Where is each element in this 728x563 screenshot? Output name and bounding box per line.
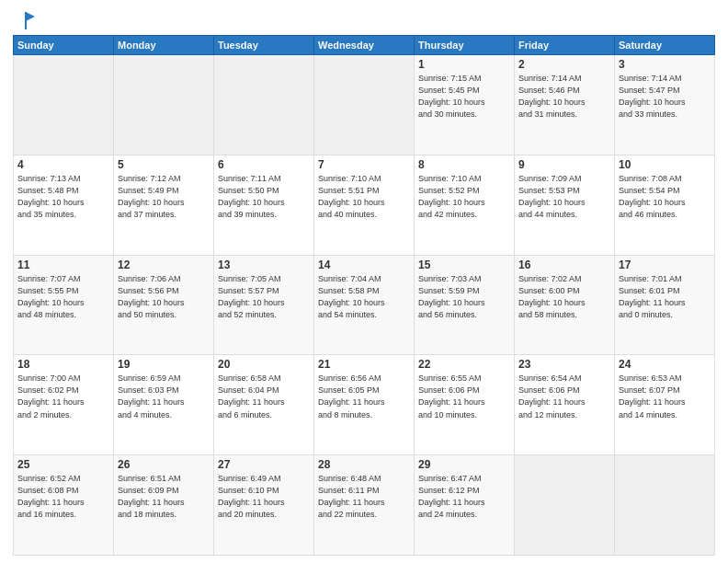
day-number: 16 [518,259,610,271]
calendar-day-cell: 21Sunrise: 6:56 AM Sunset: 6:05 PM Dayli… [314,355,415,455]
day-detail: Sunrise: 7:01 AM Sunset: 6:01 PM Dayligh… [619,273,711,321]
logo [13,9,35,29]
svg-marker-0 [26,12,35,21]
day-detail: Sunrise: 7:10 AM Sunset: 5:52 PM Dayligh… [418,173,510,221]
calendar-day-cell: 4Sunrise: 7:13 AM Sunset: 5:48 PM Daylig… [14,155,114,255]
day-number: 25 [17,458,109,471]
day-detail: Sunrise: 6:58 AM Sunset: 6:04 PM Dayligh… [218,373,310,420]
calendar-day-cell [14,55,114,155]
day-number: 13 [218,259,310,271]
day-detail: Sunrise: 7:02 AM Sunset: 6:00 PM Dayligh… [518,273,610,321]
day-number: 4 [17,158,109,171]
day-detail: Sunrise: 7:15 AM Sunset: 5:45 PM Dayligh… [418,73,510,121]
calendar-day-cell: 28Sunrise: 6:48 AM Sunset: 6:11 PM Dayli… [314,455,415,556]
day-number: 29 [418,458,510,471]
calendar-day-cell: 3Sunrise: 7:14 AM Sunset: 5:47 PM Daylig… [615,55,715,155]
day-number: 9 [518,158,610,171]
day-number: 18 [17,358,109,371]
day-number: 17 [619,259,711,271]
day-detail: Sunrise: 7:14 AM Sunset: 5:47 PM Dayligh… [619,73,711,121]
day-number: 24 [619,358,711,371]
day-number: 27 [218,458,310,471]
day-detail: Sunrise: 7:11 AM Sunset: 5:50 PM Dayligh… [218,173,310,221]
calendar-day-cell: 18Sunrise: 7:00 AM Sunset: 6:02 PM Dayli… [14,355,114,455]
calendar-day-cell: 1Sunrise: 7:15 AM Sunset: 5:45 PM Daylig… [415,55,515,155]
calendar-day-cell: 23Sunrise: 6:54 AM Sunset: 6:06 PM Dayli… [515,355,615,455]
day-detail: Sunrise: 6:56 AM Sunset: 6:05 PM Dayligh… [318,373,410,420]
day-number: 26 [118,458,210,471]
day-number: 15 [418,259,510,271]
day-number: 12 [118,259,210,271]
day-number: 6 [218,158,310,171]
calendar-day-cell: 16Sunrise: 7:02 AM Sunset: 6:00 PM Dayli… [515,255,615,355]
calendar-day-cell: 7Sunrise: 7:10 AM Sunset: 5:51 PM Daylig… [314,155,415,255]
day-detail: Sunrise: 6:47 AM Sunset: 6:12 PM Dayligh… [418,473,510,521]
day-detail: Sunrise: 7:08 AM Sunset: 5:54 PM Dayligh… [619,173,711,221]
day-number: 8 [418,158,510,171]
calendar-day-cell: 9Sunrise: 7:09 AM Sunset: 5:53 PM Daylig… [515,155,615,255]
calendar-day-cell [314,55,415,155]
calendar-day-cell: 29Sunrise: 6:47 AM Sunset: 6:12 PM Dayli… [415,455,515,556]
day-detail: Sunrise: 7:12 AM Sunset: 5:49 PM Dayligh… [118,173,210,221]
calendar-day-cell: 6Sunrise: 7:11 AM Sunset: 5:50 PM Daylig… [214,155,314,255]
day-detail: Sunrise: 6:52 AM Sunset: 6:08 PM Dayligh… [17,473,109,521]
day-detail: Sunrise: 6:48 AM Sunset: 6:11 PM Dayligh… [318,473,410,521]
logo-flag-icon [15,9,35,29]
calendar-day-cell: 26Sunrise: 6:51 AM Sunset: 6:09 PM Dayli… [114,455,214,556]
calendar-day-cell: 22Sunrise: 6:55 AM Sunset: 6:06 PM Dayli… [415,355,515,455]
calendar-day-header: Tuesday [214,36,314,55]
day-detail: Sunrise: 7:07 AM Sunset: 5:55 PM Dayligh… [17,273,109,321]
day-detail: Sunrise: 7:14 AM Sunset: 5:46 PM Dayligh… [518,73,610,121]
day-detail: Sunrise: 7:09 AM Sunset: 5:53 PM Dayligh… [518,173,610,221]
calendar-day-cell: 5Sunrise: 7:12 AM Sunset: 5:49 PM Daylig… [114,155,214,255]
day-detail: Sunrise: 7:10 AM Sunset: 5:51 PM Dayligh… [318,173,410,221]
calendar-day-cell: 27Sunrise: 6:49 AM Sunset: 6:10 PM Dayli… [214,455,314,556]
day-number: 1 [418,58,510,71]
day-number: 11 [17,259,109,271]
calendar-day-header: Wednesday [314,36,415,55]
day-number: 19 [118,358,210,371]
calendar-week-row: 11Sunrise: 7:07 AM Sunset: 5:55 PM Dayli… [14,255,715,355]
day-number: 10 [619,158,711,171]
calendar-day-cell: 2Sunrise: 7:14 AM Sunset: 5:46 PM Daylig… [515,55,615,155]
day-detail: Sunrise: 7:03 AM Sunset: 5:59 PM Dayligh… [418,273,510,321]
day-detail: Sunrise: 6:53 AM Sunset: 6:07 PM Dayligh… [619,373,711,420]
day-number: 5 [118,158,210,171]
day-number: 3 [619,58,711,71]
day-detail: Sunrise: 6:51 AM Sunset: 6:09 PM Dayligh… [118,473,210,521]
day-number: 14 [318,259,410,271]
calendar-day-cell [615,455,715,556]
calendar-week-row: 25Sunrise: 6:52 AM Sunset: 6:08 PM Dayli… [14,455,715,556]
day-detail: Sunrise: 6:54 AM Sunset: 6:06 PM Dayligh… [518,373,610,420]
calendar-day-header: Sunday [14,36,114,55]
day-detail: Sunrise: 6:55 AM Sunset: 6:06 PM Dayligh… [418,373,510,420]
calendar-day-cell [515,455,615,556]
day-number: 2 [518,58,610,71]
day-detail: Sunrise: 7:00 AM Sunset: 6:02 PM Dayligh… [17,373,109,420]
calendar-day-cell: 15Sunrise: 7:03 AM Sunset: 5:59 PM Dayli… [415,255,515,355]
calendar-week-row: 18Sunrise: 7:00 AM Sunset: 6:02 PM Dayli… [14,355,715,455]
calendar-day-header: Friday [515,36,615,55]
calendar-day-cell: 11Sunrise: 7:07 AM Sunset: 5:55 PM Dayli… [14,255,114,355]
calendar-day-cell: 17Sunrise: 7:01 AM Sunset: 6:01 PM Dayli… [615,255,715,355]
day-number: 21 [318,358,410,371]
day-detail: Sunrise: 7:06 AM Sunset: 5:56 PM Dayligh… [118,273,210,321]
day-detail: Sunrise: 7:13 AM Sunset: 5:48 PM Dayligh… [17,173,109,221]
day-detail: Sunrise: 7:04 AM Sunset: 5:58 PM Dayligh… [318,273,410,321]
calendar-day-header: Saturday [615,36,715,55]
calendar-day-cell: 24Sunrise: 6:53 AM Sunset: 6:07 PM Dayli… [615,355,715,455]
calendar-table: SundayMondayTuesdayWednesdayThursdayFrid… [13,35,715,556]
day-number: 7 [318,158,410,171]
calendar-day-cell: 25Sunrise: 6:52 AM Sunset: 6:08 PM Dayli… [14,455,114,556]
calendar-week-row: 1Sunrise: 7:15 AM Sunset: 5:45 PM Daylig… [14,55,715,155]
calendar-day-cell: 12Sunrise: 7:06 AM Sunset: 5:56 PM Dayli… [114,255,214,355]
day-number: 28 [318,458,410,471]
day-number: 20 [218,358,310,371]
calendar-day-cell: 8Sunrise: 7:10 AM Sunset: 5:52 PM Daylig… [415,155,515,255]
calendar-day-cell: 13Sunrise: 7:05 AM Sunset: 5:57 PM Dayli… [214,255,314,355]
calendar-day-cell [214,55,314,155]
day-detail: Sunrise: 6:59 AM Sunset: 6:03 PM Dayligh… [118,373,210,420]
calendar-day-cell: 14Sunrise: 7:04 AM Sunset: 5:58 PM Dayli… [314,255,415,355]
calendar-day-cell: 19Sunrise: 6:59 AM Sunset: 6:03 PM Dayli… [114,355,214,455]
calendar-day-cell: 20Sunrise: 6:58 AM Sunset: 6:04 PM Dayli… [214,355,314,455]
